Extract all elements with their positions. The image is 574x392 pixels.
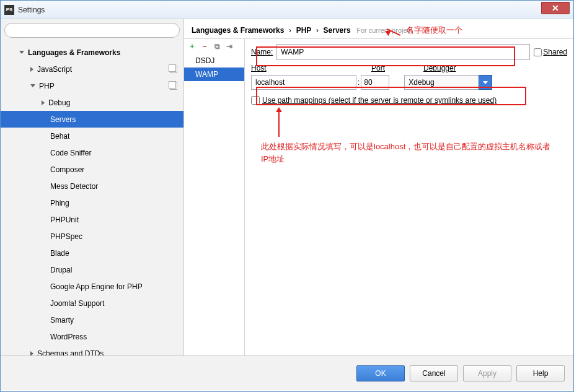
debugger-value: Xdebug [404, 75, 479, 90]
search-input[interactable] [4, 23, 180, 38]
tree-label: Smarty [50, 316, 74, 324]
path-mapping-label: Use path mappings (select if the server … [262, 96, 497, 105]
name-label: Name: [251, 48, 273, 56]
path-mapping-checkbox[interactable] [251, 96, 260, 105]
annotation-text: 名字随便取一个 [406, 25, 462, 36]
title-bar: PS Settings ✕ [1, 1, 573, 19]
remove-icon[interactable]: − [200, 42, 209, 51]
chevron-down-icon [483, 81, 488, 84]
scope-icon [170, 66, 177, 73]
copy-icon[interactable]: ⧉ [213, 42, 221, 51]
tree-phpspec[interactable]: PHPSpec [1, 228, 183, 245]
app-icon: PS [4, 5, 14, 15]
tree-label: Debug [48, 98, 70, 107]
tree-label: JavaScript [37, 65, 72, 74]
tree-debug[interactable]: Debug [1, 94, 183, 111]
tree-javascript[interactable]: JavaScript [1, 61, 183, 77]
port-input[interactable] [361, 75, 389, 90]
chevron-down-icon [19, 51, 24, 54]
tree-codesniffer[interactable]: Code Sniffer [1, 144, 183, 161]
tree-behat[interactable]: Behat [1, 128, 183, 144]
annotation-arrow-icon [386, 32, 405, 44]
shared-label: Shared [543, 48, 567, 56]
annotation-text: 此处根据实际情况填写，可以是localhost，也可以是自己配置的虚拟主机名称或… [261, 141, 552, 165]
tree-label: PHPUnit [50, 216, 79, 224]
dialog-footer: OK Cancel Apply Help [1, 355, 573, 390]
scope-icon [170, 82, 177, 90]
help-button[interactable]: Help [516, 365, 565, 381]
tree-joomla[interactable]: Joomla! Support [1, 295, 183, 311]
host-label: Host [251, 64, 363, 72]
server-form: Name: Shared Host Port Debugger [245, 39, 573, 355]
name-input[interactable] [276, 44, 530, 60]
breadcrumb-part: Servers [324, 26, 351, 35]
tree-label: WordPress [50, 333, 87, 341]
tree-servers[interactable]: Servers [1, 111, 183, 128]
tree-label: Servers [50, 115, 76, 124]
tree-label: Joomla! Support [50, 299, 104, 308]
tree-label: Drupal [50, 266, 72, 274]
tree-label: Blade [50, 249, 69, 258]
sidebar: Languages & Frameworks JavaScript PHP De… [1, 19, 184, 355]
server-item-dsdj[interactable]: DSDJ [184, 54, 244, 68]
tree-label: Phing [50, 199, 69, 207]
tree-label: Composer [50, 165, 84, 174]
chevron-right-icon [30, 67, 33, 72]
chevron-right-icon [30, 351, 33, 356]
list-toolbar: + − ⧉ ⇥ [184, 39, 244, 54]
import-icon[interactable]: ⇥ [225, 42, 234, 51]
server-list: + − ⧉ ⇥ DSDJ WAMP [184, 39, 245, 355]
tree-composer[interactable]: Composer [1, 161, 183, 178]
tree-drupal[interactable]: Drupal [1, 261, 183, 278]
tree-label: PHP [39, 82, 55, 90]
settings-tree: Languages & Frameworks JavaScript PHP De… [1, 41, 183, 355]
tree-messdetector[interactable]: Mess Detector [1, 178, 183, 194]
tree-wordpress[interactable]: WordPress [1, 328, 183, 345]
tree-label: Behat [50, 132, 69, 141]
window-title: Settings [18, 6, 541, 14]
cancel-button[interactable]: Cancel [410, 365, 458, 381]
annotation-arrow-icon [278, 108, 280, 137]
tree-phpunit[interactable]: PHPUnit [1, 211, 183, 228]
tree-label: Mess Detector [50, 182, 98, 191]
shared-checkbox[interactable] [534, 48, 542, 56]
debugger-select[interactable]: Xdebug [404, 75, 492, 90]
tree-label: Google App Engine for PHP [50, 282, 143, 291]
breadcrumb: Languages & Frameworks › PHP › Servers F… [184, 19, 573, 38]
chevron-down-icon [30, 84, 35, 87]
breadcrumb-part: PHP [296, 26, 312, 35]
tree-label: Languages & Frameworks [28, 48, 120, 57]
tree-gae[interactable]: Google App Engine for PHP [1, 278, 183, 295]
host-input[interactable] [251, 75, 356, 90]
tree-smarty[interactable]: Smarty [1, 311, 183, 328]
tree-label: PHPSpec [50, 232, 82, 241]
tree-php[interactable]: PHP [1, 77, 183, 94]
chevron-right-icon [42, 100, 45, 105]
ok-button[interactable]: OK [356, 365, 405, 381]
dropdown-button[interactable] [479, 75, 492, 90]
port-label: Port [371, 64, 415, 72]
server-item-wamp[interactable]: WAMP [184, 68, 244, 81]
tree-blade[interactable]: Blade [1, 245, 183, 261]
host-port-separator: : [358, 78, 360, 87]
close-button[interactable]: ✕ [541, 2, 570, 14]
apply-button[interactable]: Apply [463, 365, 511, 381]
tree-label: Code Sniffer [50, 149, 92, 157]
tree-schemas[interactable]: Schemas and DTDs [1, 345, 183, 355]
add-icon[interactable]: + [188, 42, 196, 51]
tree-frameworks[interactable]: Languages & Frameworks [1, 44, 183, 61]
debugger-label: Debugger [423, 64, 516, 72]
breadcrumb-part: Languages & Frameworks [192, 26, 284, 35]
tree-label: Schemas and DTDs [37, 349, 104, 356]
tree-phing[interactable]: Phing [1, 194, 183, 211]
